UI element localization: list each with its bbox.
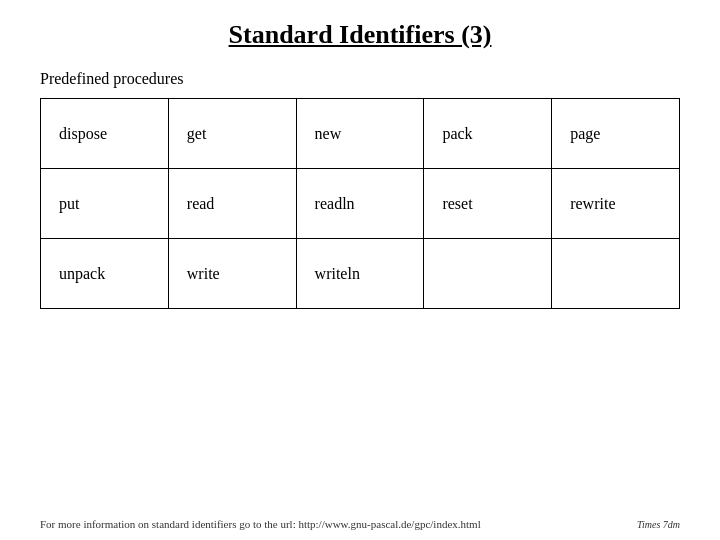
- table-cell: rewrite: [552, 169, 680, 239]
- table-cell: reset: [424, 169, 552, 239]
- table-cell: get: [168, 99, 296, 169]
- table-cell: page: [552, 99, 680, 169]
- table-row: putreadreadlnresetrewrite: [41, 169, 680, 239]
- table-cell: pack: [424, 99, 552, 169]
- table-cell: [424, 239, 552, 309]
- footer-right: Times 7dm: [637, 519, 680, 530]
- table-row: unpackwritewriteln: [41, 239, 680, 309]
- table-cell: read: [168, 169, 296, 239]
- table-row: disposegetnewpackpage: [41, 99, 680, 169]
- table-cell: unpack: [41, 239, 169, 309]
- footer: For more information on standard identif…: [40, 508, 680, 530]
- subtitle: Predefined procedures: [40, 70, 680, 88]
- table-cell: dispose: [41, 99, 169, 169]
- page-title: Standard Identifiers (3): [40, 20, 680, 50]
- table-cell: readln: [296, 169, 424, 239]
- footer-left: For more information on standard identif…: [40, 518, 481, 530]
- table-cell: new: [296, 99, 424, 169]
- table-cell: put: [41, 169, 169, 239]
- table-cell: writeln: [296, 239, 424, 309]
- table-cell: [552, 239, 680, 309]
- page: Standard Identifiers (3) Predefined proc…: [0, 0, 720, 540]
- table-cell: write: [168, 239, 296, 309]
- identifiers-table: disposegetnewpackpageputreadreadlnresetr…: [40, 98, 680, 309]
